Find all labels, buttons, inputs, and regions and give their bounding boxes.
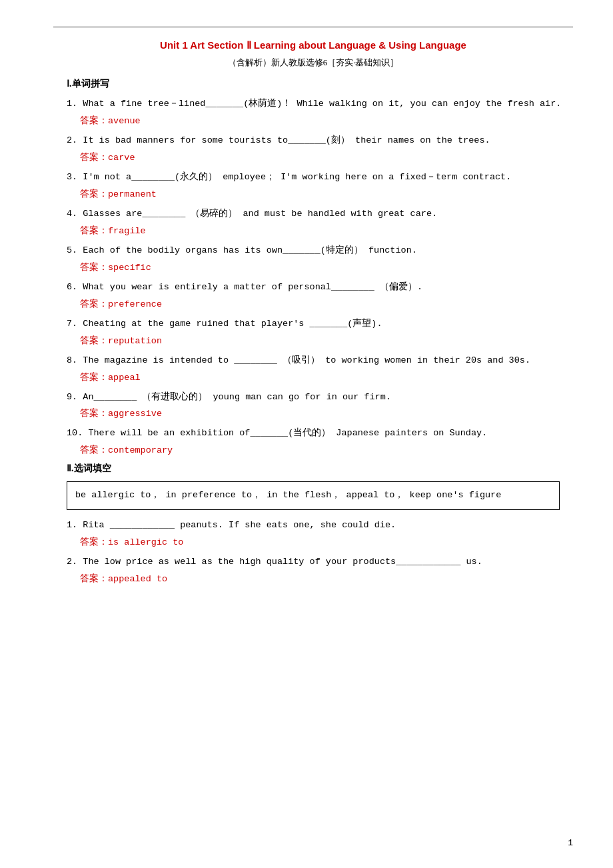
answer-s1-7: 答案：reputation — [80, 335, 573, 347]
question-s1-2: 2. It is bad manners for some tourists t… — [67, 133, 573, 149]
question-s2-2: 2. The low price as well as the high qua… — [67, 555, 573, 570]
question-s1-7: 7. Cheating at the game ruined that play… — [67, 317, 573, 332]
section1-heading: Ⅰ.单词拼写 — [67, 78, 573, 90]
question-s1-5: 5. Each of the bodily organs has its own… — [67, 243, 573, 259]
answer-s2-1: 答案：is allergic to — [80, 536, 573, 548]
answer-s1-9: 答案：aggressive — [80, 407, 573, 419]
answer-s1-4: 答案：fragile — [80, 225, 573, 237]
word-box: be allergic to， in preference to， in the… — [67, 481, 560, 509]
answer-s1-5: 答案：specific — [80, 261, 573, 273]
answer-s1-1: 答案：avenue — [80, 115, 573, 127]
section1-questions: 1. What a fine tree－lined_______(林荫道)！ W… — [53, 97, 573, 456]
question-s1-9: 9. An________ （有进取心的） young man can go f… — [67, 390, 573, 405]
page-subtitle: （含解析）新人教版选修6［夯实·基础知识］ — [53, 57, 573, 69]
answer-s1-6: 答案：preference — [80, 298, 573, 310]
page-title: Unit 1 Art Section Ⅱ Learning about Lang… — [53, 39, 573, 51]
question-s1-1: 1. What a fine tree－lined_______(林荫道)！ W… — [67, 97, 573, 112]
question-s1-6: 6. What you wear is entirely a matter of… — [67, 280, 573, 295]
answer-s1-10: 答案：contemporary — [80, 444, 573, 456]
question-s2-1: 1. Rita ____________ peanuts. If she eat… — [67, 518, 573, 533]
top-divider — [53, 27, 573, 27]
answer-s1-3: 答案：permanent — [80, 188, 573, 200]
answer-s1-8: 答案：appeal — [80, 371, 573, 383]
question-s1-10: 10. There will be an exhibition of______… — [67, 426, 573, 441]
answer-s1-2: 答案：carve — [80, 151, 573, 163]
page-number: 1 — [568, 838, 573, 848]
answer-s2-2: 答案：appealed to — [80, 573, 573, 585]
question-s1-8: 8. The magazine is intended to ________ … — [67, 353, 573, 369]
question-s1-3: 3. I'm not a________(永久的） employee； I'm … — [67, 170, 573, 185]
section2-questions: 1. Rita ____________ peanuts. If she eat… — [53, 518, 573, 585]
question-s1-4: 4. Glasses are________ （易碎的） and must be… — [67, 207, 573, 222]
section2-heading: Ⅱ.选词填空 — [67, 463, 573, 475]
